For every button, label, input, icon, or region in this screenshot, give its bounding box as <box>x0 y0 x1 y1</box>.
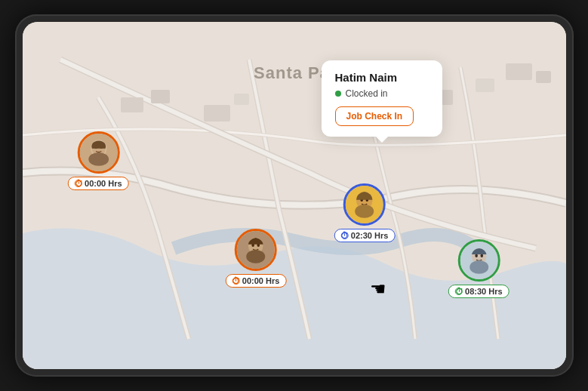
clock-icon-2: ⏱ <box>232 277 240 285</box>
avatar-worker-2 <box>235 229 277 271</box>
avatar-worker-1 <box>77 131 119 174</box>
svg-point-29 <box>475 254 478 257</box>
clock-icon-hatim: ⏱ <box>341 232 349 239</box>
svg-point-26 <box>356 205 374 218</box>
svg-rect-10 <box>536 71 551 83</box>
time-badge-hatim: ⏱ 02:30 Hrs <box>334 229 396 242</box>
marker-worker-4[interactable]: ⏱ 08:30 Hrs <box>448 239 509 298</box>
time-badge-worker-4: ⏱ 08:30 Hrs <box>448 285 509 298</box>
device-frame: Santa Paula Hatim Naim Clocked in Job Ch… <box>15 14 574 377</box>
clock-icon-1: ⏱ <box>75 180 82 187</box>
map-container: Santa Paula Hatim Naim Clocked in Job Ch… <box>23 22 566 369</box>
svg-rect-8 <box>476 79 494 92</box>
clock-icon-4: ⏱ <box>455 288 463 295</box>
popup-name: Hatim Naim <box>335 71 429 84</box>
time-badge-worker-1: ⏱ 00:00 Hrs <box>68 177 129 190</box>
svg-rect-4 <box>234 94 249 105</box>
svg-rect-2 <box>151 90 170 103</box>
avatar-worker-4 <box>457 239 500 282</box>
marker-worker-1[interactable]: ⏱ 00:00 Hrs <box>68 131 129 190</box>
map-background <box>23 22 566 369</box>
svg-point-30 <box>480 254 483 257</box>
avatar-hatim <box>343 183 386 226</box>
svg-rect-1 <box>121 97 143 112</box>
status-dot <box>335 91 341 97</box>
svg-point-21 <box>247 250 266 263</box>
worker-popup: Hatim Naim Clocked in Job Check In <box>322 60 442 137</box>
svg-point-31 <box>469 260 488 274</box>
job-check-in-button[interactable]: Job Check In <box>335 106 414 126</box>
time-badge-worker-2: ⏱ 00:00 Hrs <box>226 274 287 288</box>
marker-worker-2[interactable]: ⏱ 00:00 Hrs <box>226 229 287 288</box>
popup-status-label: Clocked in <box>346 88 388 99</box>
svg-rect-3 <box>204 105 230 122</box>
svg-point-16 <box>88 152 109 166</box>
popup-status: Clocked in <box>335 88 429 99</box>
marker-hatim[interactable]: ⏱ 02:30 Hrs <box>334 183 396 242</box>
svg-rect-9 <box>506 63 532 80</box>
